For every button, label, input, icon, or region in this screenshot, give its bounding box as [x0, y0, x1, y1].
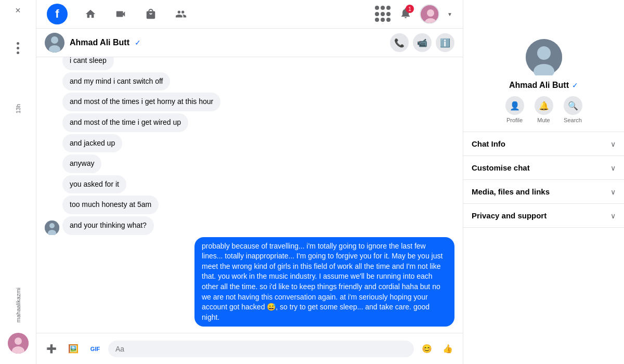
input-right-actions: 😊 👍	[418, 340, 457, 358]
facebook-logo: f	[47, 4, 68, 24]
message-bubble: i cant sleep	[62, 57, 114, 70]
right-panel: Ahmad Ali Butt ✓ 👤 Profile 🔔 Mute 🔍 Sear…	[463, 0, 624, 364]
message-row: and your thinking what?	[45, 216, 454, 235]
svg-point-4	[427, 9, 434, 17]
apps-grid-icon[interactable]	[375, 6, 392, 22]
message-bubble: and my mind i cant switch off	[62, 72, 170, 91]
action-circle-mute: 🔔	[535, 96, 553, 115]
right-menu-item-privacy-and-support[interactable]: Privacy and support ∨	[463, 204, 624, 228]
close-button[interactable]: ×	[15, 5, 21, 16]
chat-messages-list: its fu cking lonely mantimes like thisi …	[36, 57, 463, 333]
like-button[interactable]: 👍	[439, 340, 457, 358]
action-label-profile: Profile	[506, 117, 523, 123]
svg-point-1	[15, 337, 22, 345]
video-call-button[interactable]: 📹	[413, 33, 432, 52]
message-row: and most of the times i get horny at thi…	[45, 93, 454, 111]
left-sidebar: × 13h mahaalikazmi	[0, 0, 36, 364]
main-chat-area: f	[36, 0, 463, 364]
marketplace-nav-icon[interactable]	[144, 7, 158, 21]
message-input[interactable]	[108, 341, 414, 357]
right-action-mute[interactable]: 🔔 Mute	[535, 96, 553, 123]
chevron-down-icon: ∨	[610, 164, 616, 172]
dot-1	[17, 42, 19, 45]
chat-header-left: Ahmad Ali Butt ✓	[45, 33, 141, 53]
info-button[interactable]: ℹ️	[436, 33, 454, 52]
message-bubble: anyway	[62, 154, 101, 173]
message-row: probably because of travelling... i'm to…	[45, 237, 454, 327]
chat-header-actions: 📞 📹 ℹ️	[390, 33, 454, 52]
photo-button[interactable]: 🖼️	[64, 340, 82, 358]
notification-count: 1	[406, 5, 414, 13]
right-profile-section: Ahmad Ali Butt ✓ 👤 Profile 🔔 Mute 🔍 Sear…	[463, 29, 624, 132]
message-row: anyway	[45, 154, 454, 173]
gif-button[interactable]: GIF	[86, 340, 104, 358]
sender-avatar	[45, 220, 59, 235]
menu-label: Media, files and links	[472, 187, 550, 196]
svg-point-7	[51, 36, 58, 44]
user-avatar-top[interactable]	[420, 4, 439, 24]
message-row: and most of the time i get wired up	[45, 113, 454, 132]
chevron-down-icon: ∨	[610, 140, 616, 148]
attach-button[interactable]: ➕	[43, 340, 60, 358]
menu-label: Privacy and support	[472, 211, 547, 220]
time-label: 13h	[15, 104, 21, 113]
chat-header: Ahmad Ali Butt ✓ 📞 📹 ℹ️	[36, 29, 463, 57]
message-bubble: too much honesty at 5am	[62, 196, 159, 214]
right-contact-avatar	[526, 39, 562, 75]
svg-point-10	[49, 223, 55, 228]
right-profile-actions: 👤 Profile 🔔 Mute 🔍 Search	[505, 96, 582, 123]
right-menu-item-media,-files-and-links[interactable]: Media, files and links ∨	[463, 180, 624, 204]
sidebar-user-avatar[interactable]	[8, 333, 29, 354]
dot-3	[17, 51, 19, 54]
phone-call-button[interactable]: 📞	[390, 33, 409, 52]
action-label-search: Search	[564, 117, 582, 123]
message-bubble: and most of the times i get horny at thi…	[62, 93, 220, 111]
message-row: i cant sleep	[45, 57, 454, 70]
dot-2	[17, 47, 19, 49]
menu-label: Customise chat	[472, 163, 530, 172]
video-nav-icon[interactable]	[113, 7, 128, 21]
message-row: and jacked up	[45, 134, 454, 153]
right-action-profile[interactable]: 👤 Profile	[505, 96, 524, 123]
right-action-search[interactable]: 🔍 Search	[564, 96, 582, 123]
right-menu-item-chat-info[interactable]: Chat Info ∨	[463, 132, 624, 156]
message-bubble: and most of the time i get wired up	[62, 113, 188, 132]
right-menu: Chat Info ∨ Customise chat ∨ Media, file…	[463, 132, 624, 228]
action-circle-search: 🔍	[564, 96, 582, 115]
message-row: too much honesty at 5am	[45, 196, 454, 214]
options-dots[interactable]	[17, 42, 19, 54]
menu-label: Chat Info	[472, 139, 505, 148]
nav-icons-left: f	[47, 4, 188, 24]
verified-badge: ✓	[135, 38, 141, 47]
emoji-button[interactable]: 😊	[418, 340, 436, 358]
svg-point-13	[537, 46, 551, 60]
chevron-down-icon: ∨	[610, 188, 616, 196]
home-nav-icon[interactable]	[83, 7, 98, 21]
chat-input-bar: ➕ 🖼️ GIF 😊 👍	[36, 333, 463, 364]
message-bubble: and jacked up	[62, 134, 122, 153]
chevron-down-icon: ∨	[610, 212, 616, 220]
chat-contact-name: Ahmad Ali Butt	[70, 38, 129, 47]
message-bubble: probably because of travelling... i'm to…	[194, 237, 454, 327]
action-circle-profile: 👤	[505, 96, 524, 115]
action-label-mute: Mute	[537, 117, 550, 123]
chat-contact-avatar	[45, 33, 64, 53]
top-navigation: f	[36, 0, 463, 29]
notification-bell[interactable]: 1	[399, 7, 412, 21]
username-label: mahaalikazmi	[15, 288, 21, 322]
nav-icons-right: 1 ▼	[375, 4, 452, 24]
user-chevron-icon[interactable]: ▼	[447, 11, 452, 17]
message-bubble: you asked for it	[62, 175, 126, 194]
people-nav-icon[interactable]	[174, 7, 188, 21]
right-menu-item-customise-chat[interactable]: Customise chat ∨	[463, 156, 624, 180]
right-verified-badge: ✓	[572, 81, 578, 89]
right-contact-name: Ahmad Ali Butt	[509, 81, 569, 90]
message-row: you asked for it	[45, 175, 454, 194]
message-row: and my mind i cant switch off	[45, 72, 454, 91]
message-bubble: and your thinking what?	[62, 216, 154, 235]
